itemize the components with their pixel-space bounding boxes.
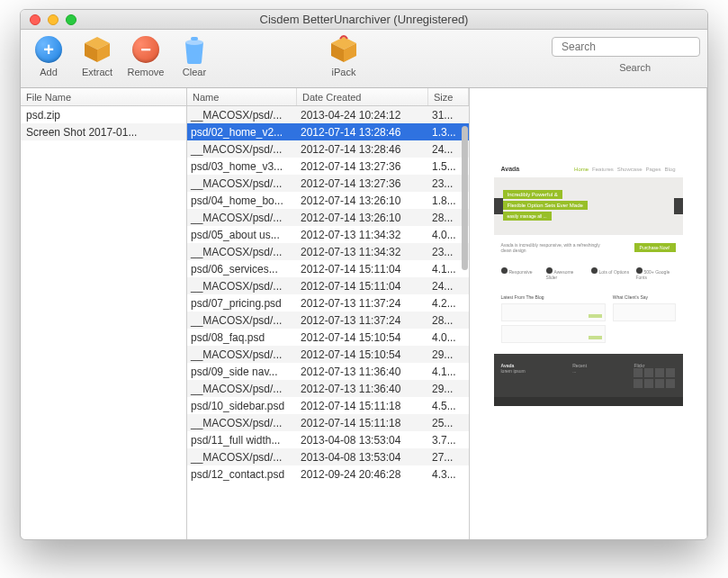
entry-name: psd/09_side nav... <box>187 366 297 378</box>
entry-name: __MACOSX/psd/... <box>187 246 297 258</box>
entry-name: psd/04_home_bo... <box>187 194 297 207</box>
entry-name: __MACOSX/psd/... <box>187 451 297 464</box>
entry-row[interactable]: __MACOSX/psd/...2012-07-13 11:37:2428... <box>187 312 469 329</box>
entry-size: 25... <box>428 417 469 429</box>
svg-rect-4 <box>191 37 198 41</box>
entry-row[interactable]: psd/03_home_v3...2012-07-14 13:27:361.5.… <box>187 158 469 175</box>
search-label: Search <box>619 62 651 73</box>
entry-name: psd/05_about us... <box>187 229 297 241</box>
entry-name: psd/06_services... <box>187 263 297 275</box>
entry-date: 2012-09-24 20:46:28 <box>297 468 428 481</box>
extract-button[interactable]: Extract <box>76 35 118 77</box>
entry-row[interactable]: psd/08_faq.psd2012-07-14 15:10:544.0... <box>187 329 469 346</box>
gift-icon <box>329 35 358 64</box>
entry-row[interactable]: __MACOSX/psd/...2013-04-08 13:53:0427... <box>187 448 469 465</box>
entry-row[interactable]: __MACOSX/psd/...2012-07-14 13:28:4624... <box>187 140 469 158</box>
entry-name: __MACOSX/psd/... <box>187 143 297 156</box>
file-list-header[interactable]: File Name <box>21 88 186 106</box>
entry-size: 31... <box>428 109 469 122</box>
entry-headers: Name Date Created Size <box>187 88 469 106</box>
entry-date: 2012-07-13 11:34:32 <box>297 246 428 258</box>
file-list-pane: File Name psd.zipScreen Shot 2017-01... <box>21 88 187 539</box>
trash-icon <box>180 35 209 64</box>
header-name[interactable]: Name <box>187 88 297 105</box>
entry-row[interactable]: __MACOSX/psd/...2012-07-13 11:36:4029... <box>187 380 469 397</box>
entry-date: 2012-07-14 13:27:36 <box>297 177 428 190</box>
entry-size: 29... <box>428 348 469 361</box>
entry-name: psd/12_contact.psd <box>187 468 297 481</box>
window-title: Cisdem BetterUnarchiver (Unregistered) <box>21 13 707 26</box>
entry-row[interactable]: psd/06_services...2012-07-14 15:11:044.1… <box>187 260 469 277</box>
entry-date: 2012-07-14 15:11:04 <box>297 263 428 275</box>
entry-row[interactable]: __MACOSX/psd/...2012-07-14 15:11:1825... <box>187 414 469 431</box>
entry-list-pane: Name Date Created Size __MACOSX/psd/...2… <box>187 88 470 539</box>
header-size[interactable]: Size <box>428 88 469 105</box>
entry-date: 2012-07-14 13:26:10 <box>297 194 428 207</box>
entry-row[interactable]: __MACOSX/psd/...2013-04-24 10:24:1231... <box>187 106 469 123</box>
file-row[interactable]: Screen Shot 2017-01... <box>21 123 186 140</box>
entry-row[interactable]: psd/04_home_bo...2012-07-14 13:26:101.8.… <box>187 192 469 209</box>
entry-name: __MACOSX/psd/... <box>187 109 297 122</box>
entry-size: 4.2... <box>428 297 469 310</box>
entry-size: 28... <box>428 314 469 327</box>
content-area: File Name psd.zipScreen Shot 2017-01... … <box>21 88 707 539</box>
entry-date: 2012-07-13 11:34:32 <box>297 229 428 241</box>
entry-size: 4.1... <box>428 366 469 378</box>
remove-button[interactable]: − Remove <box>125 35 166 77</box>
entry-name: __MACOSX/psd/... <box>187 348 297 361</box>
entry-size: 4.0... <box>428 331 469 344</box>
entry-name: psd/07_pricing.psd <box>187 297 297 310</box>
entry-name: __MACOSX/psd/... <box>187 314 297 327</box>
entry-date: 2012-07-14 13:28:46 <box>297 143 428 156</box>
entry-date: 2012-07-13 11:36:40 <box>297 366 428 378</box>
entry-size: 4.3... <box>428 468 469 481</box>
entry-date: 2012-07-13 11:37:24 <box>297 314 428 327</box>
entry-rows[interactable]: __MACOSX/psd/...2013-04-24 10:24:1231...… <box>187 106 469 539</box>
entry-row[interactable]: psd/07_pricing.psd2012-07-13 11:37:244.2… <box>187 294 469 312</box>
toolbar: + Add Extract − Remove Clear <box>21 30 707 88</box>
entry-date: 2012-07-14 15:10:54 <box>297 331 428 344</box>
entry-row[interactable]: __MACOSX/psd/...2012-07-14 15:10:5429... <box>187 346 469 363</box>
entry-date: 2013-04-08 13:53:04 <box>297 451 428 464</box>
entry-size: 27... <box>428 451 469 464</box>
entry-name: __MACOSX/psd/... <box>187 212 297 224</box>
entry-row[interactable]: __MACOSX/psd/...2012-07-13 11:34:3223... <box>187 243 469 260</box>
entry-date: 2012-07-13 11:37:24 <box>297 297 428 310</box>
entry-row[interactable]: psd/11_full width...2013-04-08 13:53:043… <box>187 431 469 448</box>
entry-name: psd/11_full width... <box>187 434 297 447</box>
plus-icon: + <box>35 36 62 63</box>
header-date[interactable]: Date Created <box>297 88 428 105</box>
entry-size: 24... <box>428 280 469 293</box>
preview-pane: Avada HomeFeaturesShowcasePagesBlog Incr… <box>470 88 707 539</box>
clear-button[interactable]: Clear <box>174 35 215 77</box>
file-row[interactable]: psd.zip <box>21 106 186 123</box>
entry-name: psd/08_faq.psd <box>187 331 297 344</box>
entry-row[interactable]: __MACOSX/psd/...2012-07-14 13:27:3623... <box>187 175 469 192</box>
add-button[interactable]: + Add <box>28 35 69 77</box>
entry-date: 2012-07-14 15:11:18 <box>297 400 428 412</box>
entry-date: 2012-07-14 13:27:36 <box>297 160 428 173</box>
entry-row[interactable]: psd/02_home_v2...2012-07-14 13:28:461.3.… <box>187 123 469 140</box>
entry-name: __MACOSX/psd/... <box>187 383 297 395</box>
app-window: Cisdem BetterUnarchiver (Unregistered) +… <box>20 9 708 540</box>
entry-row[interactable]: psd/05_about us...2012-07-13 11:34:324.0… <box>187 226 469 243</box>
entry-name: psd/02_home_v2... <box>187 126 297 139</box>
entry-row[interactable]: __MACOSX/psd/...2012-07-14 13:26:1028... <box>187 209 469 226</box>
entry-date: 2012-07-14 15:10:54 <box>297 348 428 361</box>
entry-row[interactable]: psd/09_side nav...2012-07-13 11:36:404.1… <box>187 363 469 380</box>
entry-row[interactable]: psd/12_contact.psd2012-09-24 20:46:284.3… <box>187 465 469 483</box>
entry-name: __MACOSX/psd/... <box>187 280 297 293</box>
entry-row[interactable]: psd/10_sidebar.psd2012-07-14 15:11:184.5… <box>187 397 469 414</box>
minus-icon: − <box>132 36 159 63</box>
search-input[interactable] <box>552 37 700 57</box>
entry-date: 2012-07-13 11:36:40 <box>297 383 428 395</box>
box-icon <box>83 35 112 64</box>
scrollbar[interactable] <box>462 126 468 270</box>
preview-thumbnail: Avada HomeFeaturesShowcasePagesBlog Incr… <box>494 160 683 406</box>
entry-name: psd/03_home_v3... <box>187 160 297 173</box>
entry-date: 2012-07-14 13:26:10 <box>297 212 428 224</box>
entry-date: 2012-07-14 13:28:46 <box>297 126 428 139</box>
entry-row[interactable]: __MACOSX/psd/...2012-07-14 15:11:0424... <box>187 277 469 294</box>
ipack-button[interactable]: iPack <box>323 35 364 77</box>
entry-name: __MACOSX/psd/... <box>187 417 297 429</box>
